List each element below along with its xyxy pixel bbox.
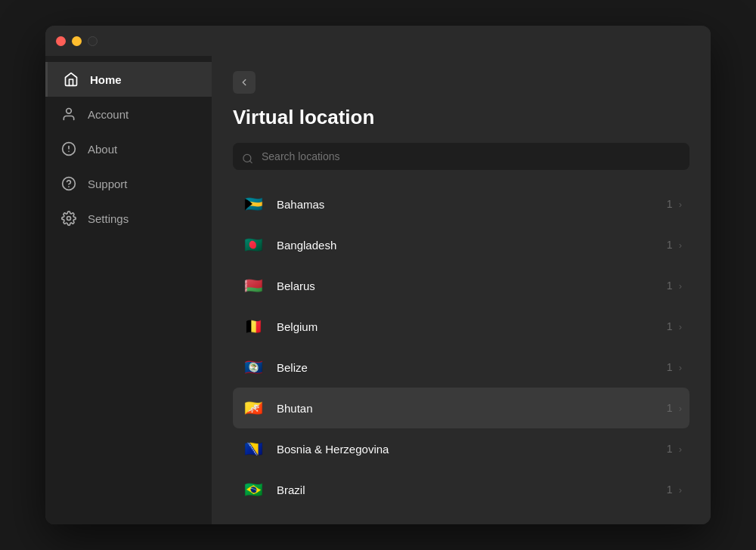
- location-row[interactable]: 🇧🇦 Bosnia & Herzegovina 1 ›: [233, 428, 689, 469]
- location-row[interactable]: 🇧🇸 Bahamas 1 ›: [233, 184, 689, 224]
- location-count: 1: [667, 239, 673, 251]
- sidebar-support-label: Support: [88, 178, 128, 190]
- location-row[interactable]: 🇧🇹 Bhutan 1 ›: [233, 388, 689, 428]
- sidebar: Home Account: [45, 56, 212, 524]
- sidebar-item-account[interactable]: Account: [45, 97, 212, 131]
- flag-icon: 🇧🇪: [240, 314, 266, 339]
- flag-icon: 🇧🇦: [240, 436, 266, 462]
- account-icon: [60, 106, 77, 122]
- sidebar-home-label: Home: [90, 73, 122, 86]
- chevron-right-icon: ›: [679, 280, 682, 292]
- location-name: Bhutan: [277, 402, 667, 415]
- location-count: 1: [667, 361, 673, 373]
- location-row[interactable]: 🇧🇿 Belize 1 ›: [233, 347, 689, 388]
- sidebar-account-label: Account: [88, 108, 129, 121]
- chevron-right-icon: ›: [679, 362, 682, 373]
- location-name: Bosnia & Herzegovina: [277, 443, 667, 456]
- search-icon: [242, 153, 253, 168]
- traffic-lights: [56, 36, 98, 46]
- location-count: 1: [667, 280, 673, 292]
- flag-icon: 🇧🇾: [240, 273, 266, 298]
- location-name: Bahamas: [277, 198, 667, 211]
- location-count: 1: [667, 198, 673, 210]
- sidebar-about-label: About: [88, 143, 117, 156]
- location-name: Belize: [277, 361, 667, 374]
- chevron-right-icon: ›: [679, 321, 682, 332]
- location-count: 1: [667, 484, 673, 496]
- about-icon: [60, 141, 77, 157]
- location-count: 1: [667, 320, 673, 332]
- flag-icon: 🇧🇸: [240, 191, 266, 217]
- support-icon: [60, 175, 77, 192]
- app-window: Home Account: [45, 26, 711, 524]
- flag-icon: 🇧🇹: [240, 395, 266, 421]
- search-wrapper: [233, 143, 689, 178]
- location-name: Belarus: [277, 280, 667, 292]
- chevron-right-icon: ›: [679, 484, 682, 496]
- chevron-right-icon: ›: [679, 403, 682, 414]
- flag-icon: 🇧🇿: [240, 354, 266, 380]
- location-row[interactable]: 🇧🇷 Brazil 1 ›: [233, 469, 689, 509]
- location-row[interactable]: 🇧🇪 Belgium 1 ›: [233, 306, 689, 347]
- sidebar-item-about[interactable]: About: [45, 131, 212, 166]
- chevron-right-icon: ›: [679, 239, 682, 251]
- home-icon: [63, 71, 79, 88]
- location-count: 1: [667, 402, 673, 414]
- sidebar-settings-label: Settings: [88, 212, 129, 225]
- svg-point-6: [67, 217, 71, 221]
- location-name: Bangladesh: [277, 239, 667, 252]
- sidebar-item-settings[interactable]: Settings: [45, 201, 212, 236]
- location-name: Brazil: [277, 484, 667, 496]
- location-count: 1: [667, 443, 673, 455]
- maximize-button[interactable]: [88, 36, 98, 46]
- chevron-right-icon: ›: [679, 199, 682, 210]
- svg-point-0: [67, 109, 72, 114]
- close-button[interactable]: [56, 36, 66, 46]
- location-row[interactable]: 🇧🇾 Belarus 1 ›: [233, 265, 689, 306]
- flag-icon: 🇧🇷: [240, 477, 266, 502]
- back-button[interactable]: [233, 71, 256, 94]
- sidebar-item-home[interactable]: Home: [45, 62, 212, 97]
- flag-icon: 🇧🇩: [240, 232, 266, 258]
- content-area: Virtual location 🇧🇸 Bahamas 1 › 🇧🇩 Bangl…: [212, 56, 711, 524]
- page-title: Virtual location: [233, 106, 689, 129]
- location-row[interactable]: 🇧🇩 Bangladesh 1 ›: [233, 224, 689, 265]
- titlebar: [45, 26, 711, 56]
- settings-icon: [60, 210, 77, 227]
- locations-list: 🇧🇸 Bahamas 1 › 🇧🇩 Bangladesh 1 › 🇧🇾 Bela…: [233, 184, 689, 509]
- main-content: Home Account: [45, 56, 711, 524]
- search-input[interactable]: [233, 143, 689, 170]
- location-name: Belgium: [277, 320, 667, 333]
- sidebar-item-support[interactable]: Support: [45, 166, 212, 201]
- minimize-button[interactable]: [72, 36, 82, 46]
- chevron-right-icon: ›: [679, 443, 682, 455]
- svg-line-8: [249, 161, 252, 163]
